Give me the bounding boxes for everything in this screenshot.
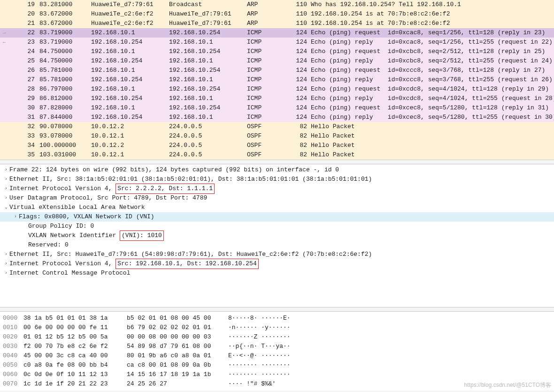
tree-vxlan-flags[interactable]: › Flags: 0x0800, VXLAN Network ID (VNI) [0, 212, 554, 222]
pane-divider-1[interactable] [0, 160, 554, 164]
packet-row[interactable]: 1983.281000HuaweiTe_d7:79:61BroadcastARP… [0, 0, 554, 9]
bytes-row[interactable]: 0030f2 00 70 7b e8 c2 6e f254 89 98 d7 7… [0, 342, 554, 351]
packet-row[interactable]: →2283.719000192.168.10.1192.168.10.254IC… [0, 28, 554, 38]
packet-row[interactable]: 2685.781000192.168.10.1192.168.10.254ICM… [0, 66, 554, 75]
packet-source: 192.168.10.1 [89, 28, 167, 38]
bytes-ascii: ·······Z ········ [222, 332, 554, 342]
packet-row[interactable]: 2785.781000192.168.10.254192.168.10.1ICM… [0, 75, 554, 85]
packet-source: 192.168.10.254 [89, 38, 167, 47]
tree-ipv4-inner[interactable]: › Internet Protocol Version 4, Src: 192.… [0, 259, 554, 269]
packet-source: 192.168.10.254 [89, 113, 167, 122]
packet-info: Echo (ping) reply id=0xcdc8, seq=4/1024,… [309, 94, 554, 103]
packet-source: 10.0.12.2 [89, 141, 167, 150]
bytes-hex: b5 02 01 01 08 00 45 00 [121, 314, 222, 323]
tree-ethernet-inner-label: Ethernet II, Src: HuaweiTe_d7:79:61 (54:… [9, 250, 372, 259]
tree-vxlan-reserved-label: Reserved: 0 [28, 240, 69, 250]
packet-source: 192.168.10.254 [89, 56, 167, 66]
packet-bytes[interactable]: 000038 1a b5 01 01 01 38 1ab5 02 01 01 0… [0, 312, 554, 391]
tree-vxlan[interactable]: ⌄ Virtual eXtensible Local Area Network [0, 203, 554, 212]
packet-destination: 192.168.10.1 [167, 56, 245, 66]
bytes-row[interactable]: 00600c 0d 0e 0f 10 11 12 1314 15 16 17 1… [0, 370, 554, 379]
packet-row[interactable]: 2083.672000HuaweiTe_c2:6e:f2HuaweiTe_d7:… [0, 9, 554, 19]
packet-length: 124 [286, 28, 309, 38]
bytes-ascii: ·n······ ·y······ [222, 323, 554, 332]
packet-no: 33 [8, 131, 38, 141]
packet-protocol: ICMP [245, 66, 286, 75]
packet-time: 83.281000 [38, 0, 89, 9]
tree-ethernet-inner[interactable]: › Ethernet II, Src: HuaweiTe_d7:79:61 (5… [0, 250, 554, 259]
packet-destination: 192.168.10.254 [167, 28, 245, 38]
packet-time: 84.750000 [38, 56, 89, 66]
packet-length: 124 [286, 85, 309, 94]
packet-row[interactable]: 34100.00000010.0.12.2224.0.0.5OSPF82Hell… [0, 141, 554, 150]
bytes-hex: 00 00 08 00 00 00 00 03 [121, 332, 222, 342]
packet-row[interactable]: 2484.750000192.168.10.1192.168.10.254ICM… [0, 47, 554, 56]
packet-time: 83.672000 [38, 9, 89, 19]
tree-frame[interactable]: › Frame 22: 124 bytes on wire (992 bits)… [0, 165, 554, 175]
packet-info: 192.168.10.254 is at 70:7b:e8:c2:6e:f2 [309, 19, 554, 28]
packet-destination: 192.168.10.1 [167, 94, 245, 103]
packet-info: Echo (ping) request id=0xcdc8, seq=4/102… [309, 85, 554, 94]
packet-info: Echo (ping) request id=0xccc8, seq=3/768… [309, 66, 554, 75]
tree-vxlan-vni[interactable]: VXLAN Network Identifier (VNI): 1010 [0, 231, 554, 240]
tree-icmp[interactable]: › Internet Control Message Protocol [0, 269, 554, 278]
pane-divider-2[interactable] [0, 307, 554, 312]
tree-ethernet[interactable]: › Ethernet II, Src: 38:1a:b5:02:01:01 (3… [0, 175, 554, 184]
packet-destination: Broadcast [167, 0, 245, 9]
packet-info: Hello Packet [309, 150, 554, 160]
bytes-ascii: 8·····8· ······E· [222, 314, 554, 323]
packet-length: 110 [286, 9, 309, 19]
packet-source: 10.0.12.2 [89, 122, 167, 131]
packet-time: 85.781000 [38, 66, 89, 75]
bytes-row[interactable]: 004045 00 00 3c c8 ca 40 0080 01 9b a6 c… [0, 351, 554, 361]
packet-list[interactable]: 1983.281000HuaweiTe_d7:79:61BroadcastARP… [0, 0, 554, 160]
packet-row[interactable]: 2584.750000192.168.10.254192.168.10.1ICM… [0, 56, 554, 66]
packet-destination: HuaweiTe_d7:79:61 [167, 9, 245, 19]
packet-protocol: OSPF [245, 150, 286, 160]
packet-length: 82 [286, 131, 309, 141]
tree-vxlan-gpid[interactable]: Group Policy ID: 0 [0, 222, 554, 231]
packet-no: 35 [8, 150, 38, 160]
highlight-outer-ip: Src: 2.2.2.2, Dst: 1.1.1.1 [115, 184, 215, 194]
bytes-row[interactable]: 0050c0 a8 0a fe 08 00 bb b4ca c8 00 01 0… [0, 361, 554, 370]
packet-row[interactable]: 3187.844000192.168.10.254192.168.10.1ICM… [0, 113, 554, 122]
packet-info: Hello Packet [309, 122, 554, 131]
tree-ipv4-outer[interactable]: › Internet Protocol Version 4, Src: 2.2.… [0, 184, 554, 193]
packet-protocol: ICMP [245, 94, 286, 103]
bytes-row[interactable]: 001000 6e 00 00 00 00 fe 11b6 79 02 02 0… [0, 323, 554, 332]
bytes-offset: 0060 [0, 370, 23, 379]
tree-udp[interactable]: › User Datagram Protocol, Src Port: 4789… [0, 193, 554, 203]
packet-row[interactable]: 2886.797000192.168.10.1192.168.10.254ICM… [0, 85, 554, 94]
packet-time: 90.078000 [38, 122, 89, 131]
bytes-ascii: ········ ········ [222, 370, 554, 379]
packet-protocol: OSPF [245, 122, 286, 131]
packet-row[interactable]: 2183.672000HuaweiTe_c2:6e:f2HuaweiTe_d7:… [0, 19, 554, 28]
packet-time: 93.078000 [38, 131, 89, 141]
packet-row[interactable]: ←2383.719000192.168.10.254192.168.10.1IC… [0, 38, 554, 47]
packet-source: HuaweiTe_c2:6e:f2 [89, 19, 167, 28]
packet-length: 124 [286, 56, 309, 66]
packet-protocol: ICMP [245, 103, 286, 113]
packet-row[interactable]: 3087.828000192.168.10.1192.168.10.254ICM… [0, 103, 554, 113]
packet-details[interactable]: › Frame 22: 124 bytes on wire (992 bits)… [0, 164, 554, 307]
packet-info: Echo (ping) reply id=0xcec8, seq=5/1280,… [309, 113, 554, 122]
packet-length: 124 [286, 66, 309, 75]
bytes-hex: 80 01 9b a6 c0 a8 0a 01 [121, 351, 222, 361]
packet-length: 82 [286, 150, 309, 160]
packet-source: 192.168.10.254 [89, 75, 167, 85]
bytes-row[interactable]: 002001 01 12 b5 12 b5 00 5a00 00 08 00 0… [0, 332, 554, 342]
packet-protocol: ARP [245, 0, 286, 9]
packet-row[interactable]: 2986.812000192.168.10.254192.168.10.1ICM… [0, 94, 554, 103]
packet-info: Hello Packet [309, 141, 554, 150]
packet-row[interactable]: 3393.07800010.0.12.1224.0.0.5OSPF82Hello… [0, 131, 554, 141]
packet-destination: 224.0.0.5 [167, 141, 245, 150]
packet-row[interactable]: 3290.07800010.0.12.2224.0.0.5OSPF82Hello… [0, 122, 554, 131]
packet-no: 28 [8, 85, 38, 94]
bytes-row[interactable]: 000038 1a b5 01 01 01 38 1ab5 02 01 01 0… [0, 314, 554, 323]
chevron-down-icon: ⌄ [3, 203, 9, 212]
packet-source: 192.168.10.1 [89, 103, 167, 113]
packet-time: 84.750000 [38, 47, 89, 56]
packet-no: 32 [8, 122, 38, 131]
tree-vxlan-reserved[interactable]: Reserved: 0 [0, 240, 554, 250]
packet-row[interactable]: 35103.03100010.0.12.1224.0.0.5OSPF82Hell… [0, 150, 554, 160]
